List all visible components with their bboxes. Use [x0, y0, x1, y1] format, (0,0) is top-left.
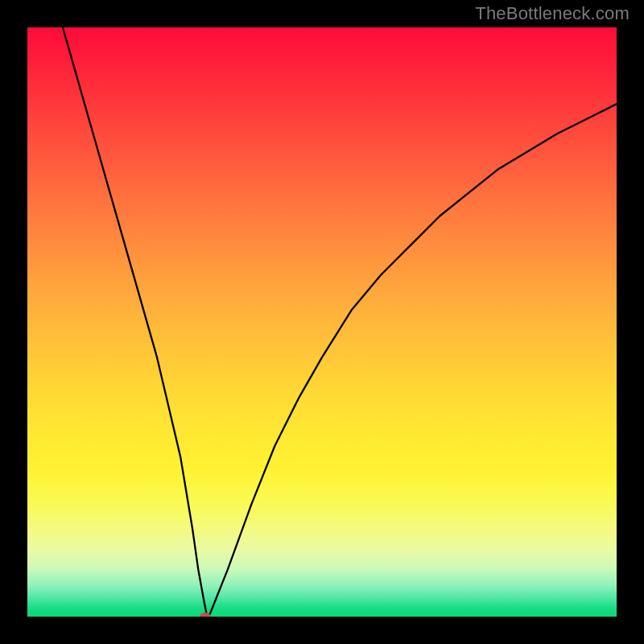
bottleneck-curve: [27, 27, 617, 617]
watermark-text: TheBottleneck.com: [475, 3, 630, 24]
chart-frame: TheBottleneck.com: [0, 0, 644, 644]
chart-plot-area: [27, 27, 617, 617]
minimum-marker: [200, 613, 211, 617]
